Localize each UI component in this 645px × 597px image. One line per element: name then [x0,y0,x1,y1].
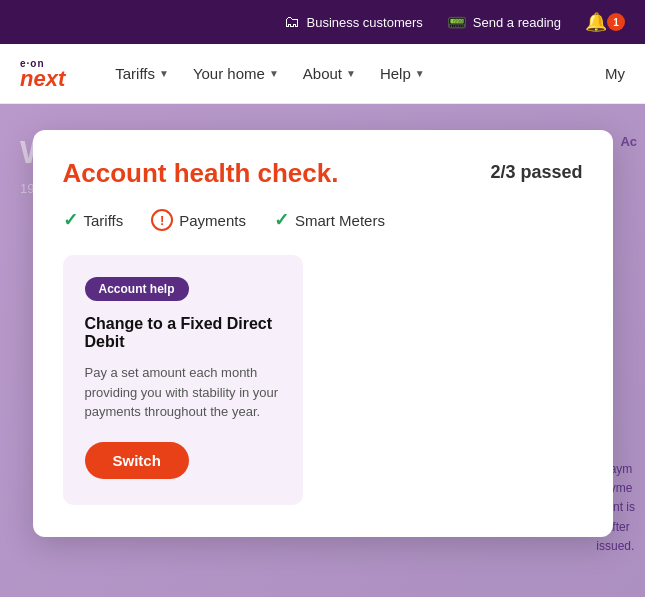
check-smart-meters-label: Smart Meters [295,212,385,229]
account-health-check-modal: Account health check. 2/3 passed ✓ Tarif… [33,130,613,537]
check-warning-icon: ! [151,209,173,231]
check-tariffs: ✓ Tariffs [63,209,124,231]
check-passed-icon: ✓ [63,209,78,231]
check-smart-meters: ✓ Smart Meters [274,209,385,231]
modal-checks: ✓ Tariffs ! Payments ✓ Smart Meters [63,209,583,231]
card-tag: Account help [85,277,189,301]
check-payments-label: Payments [179,212,246,229]
check-tariffs-label: Tariffs [84,212,124,229]
check-passed-icon-2: ✓ [274,209,289,231]
account-help-card: Account help Change to a Fixed Direct De… [63,255,303,505]
card-description: Pay a set amount each month providing yo… [85,363,281,422]
check-payments: ! Payments [151,209,246,231]
modal-title: Account health check. [63,158,339,189]
card-title: Change to a Fixed Direct Debit [85,315,281,351]
modal-header: Account health check. 2/3 passed [63,158,583,189]
modal-backdrop: Account health check. 2/3 passed ✓ Tarif… [0,0,645,597]
passed-badge: 2/3 passed [490,162,582,183]
switch-button[interactable]: Switch [85,442,189,479]
